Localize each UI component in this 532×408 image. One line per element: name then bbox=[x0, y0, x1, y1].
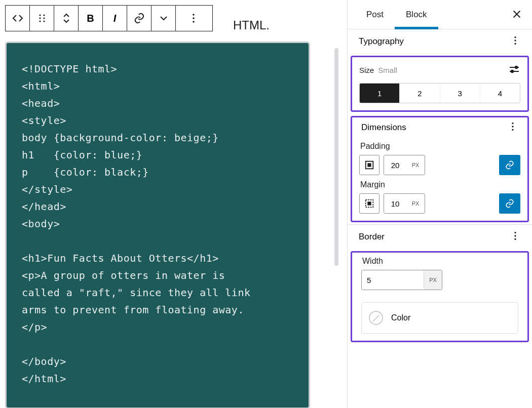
border-width-input[interactable]: PX bbox=[361, 270, 442, 290]
svg-point-1 bbox=[39, 17, 41, 19]
typography-header: Typography bbox=[348, 29, 532, 54]
svg-point-11 bbox=[514, 36, 516, 37]
border-title: Border bbox=[359, 232, 385, 242]
svg-point-0 bbox=[39, 14, 41, 16]
close-sidebar-button[interactable] bbox=[510, 7, 524, 21]
margin-input[interactable]: PX bbox=[384, 193, 425, 214]
margin-link-button[interactable] bbox=[499, 193, 520, 214]
typography-size-panel: Size Small 1 2 3 4 bbox=[351, 56, 529, 112]
svg-rect-22 bbox=[368, 164, 371, 167]
svg-point-20 bbox=[512, 129, 513, 130]
padding-value[interactable] bbox=[384, 155, 406, 175]
svg-point-27 bbox=[514, 238, 516, 239]
link-button[interactable] bbox=[127, 6, 151, 31]
dimensions-title: Dimensions bbox=[361, 123, 406, 133]
more-rich-text-button[interactable] bbox=[151, 6, 176, 31]
svg-point-15 bbox=[515, 66, 517, 68]
border-width-label: Width bbox=[362, 257, 518, 266]
settings-sidebar: Post Block Typography Size Small 1 2 3 4 bbox=[347, 0, 532, 408]
code-block[interactable]: <!DOCTYPE html> <html> <head> <style> bo… bbox=[5, 42, 310, 408]
sidebar-tabs: Post Block bbox=[348, 0, 532, 29]
tab-block[interactable]: Block bbox=[395, 0, 438, 29]
border-color-button[interactable]: Color bbox=[361, 302, 518, 334]
size-label: Size bbox=[359, 66, 374, 74]
dimensions-panel: Dimensions Padding PX Margin bbox=[351, 116, 529, 222]
svg-point-17 bbox=[511, 70, 513, 72]
margin-sides-button[interactable] bbox=[359, 193, 379, 214]
svg-point-12 bbox=[514, 39, 516, 41]
margin-row: PX bbox=[359, 193, 520, 214]
svg-point-18 bbox=[512, 122, 513, 124]
padding-label: Padding bbox=[360, 142, 520, 151]
typography-options-button[interactable] bbox=[510, 35, 521, 49]
margin-unit[interactable]: PX bbox=[406, 194, 425, 213]
padding-sides-button[interactable] bbox=[359, 155, 379, 175]
svg-point-5 bbox=[43, 20, 45, 22]
size-option-3[interactable]: 3 bbox=[440, 84, 480, 103]
svg-point-26 bbox=[514, 235, 516, 236]
border-header: Border bbox=[348, 225, 532, 249]
color-swatch-icon bbox=[369, 311, 383, 325]
drag-handle[interactable] bbox=[30, 6, 54, 31]
editor-area: B I HTML. <!DOCTYPE html> <html> <head> … bbox=[0, 0, 347, 408]
svg-point-7 bbox=[193, 17, 195, 19]
border-options-button[interactable] bbox=[510, 230, 521, 244]
border-width-value[interactable] bbox=[362, 270, 424, 290]
svg-point-3 bbox=[43, 14, 45, 16]
block-type-button[interactable] bbox=[6, 6, 30, 31]
block-toolbar: B I bbox=[5, 5, 213, 31]
size-option-2[interactable]: 2 bbox=[400, 84, 440, 103]
margin-value[interactable] bbox=[384, 194, 406, 213]
move-up-down-button[interactable] bbox=[54, 6, 79, 31]
typography-title: Typography bbox=[359, 36, 404, 47]
padding-unit[interactable]: PX bbox=[406, 155, 425, 175]
svg-point-2 bbox=[39, 20, 41, 22]
border-panel: Width PX Color bbox=[351, 251, 529, 342]
padding-link-button[interactable] bbox=[499, 155, 520, 175]
svg-point-13 bbox=[514, 43, 516, 44]
border-width-unit[interactable]: PX bbox=[424, 270, 442, 290]
svg-rect-24 bbox=[368, 202, 371, 205]
padding-input[interactable]: PX bbox=[384, 155, 425, 175]
italic-button[interactable]: I bbox=[103, 6, 127, 31]
padding-row: PX bbox=[359, 155, 520, 175]
svg-point-25 bbox=[514, 231, 516, 233]
svg-point-8 bbox=[193, 21, 195, 23]
svg-point-19 bbox=[512, 126, 513, 127]
scrollbar[interactable] bbox=[334, 48, 338, 266]
code-content[interactable]: <!DOCTYPE html> <html> <head> <style> bo… bbox=[7, 43, 309, 407]
size-option-1[interactable]: 1 bbox=[360, 84, 400, 103]
custom-size-button[interactable] bbox=[508, 63, 520, 77]
size-option-4[interactable]: 4 bbox=[480, 84, 520, 103]
font-size-segmented: 1 2 3 4 bbox=[359, 83, 520, 103]
size-value: Small bbox=[378, 66, 397, 74]
block-label: HTML. bbox=[233, 18, 270, 32]
margin-label: Margin bbox=[360, 180, 520, 189]
options-button[interactable] bbox=[176, 6, 211, 31]
dimensions-options-button[interactable] bbox=[507, 121, 518, 135]
svg-point-4 bbox=[43, 17, 45, 19]
border-color-label: Color bbox=[391, 313, 410, 322]
bold-button[interactable]: B bbox=[79, 6, 103, 31]
svg-point-6 bbox=[193, 14, 195, 16]
tab-post[interactable]: Post bbox=[355, 0, 395, 29]
